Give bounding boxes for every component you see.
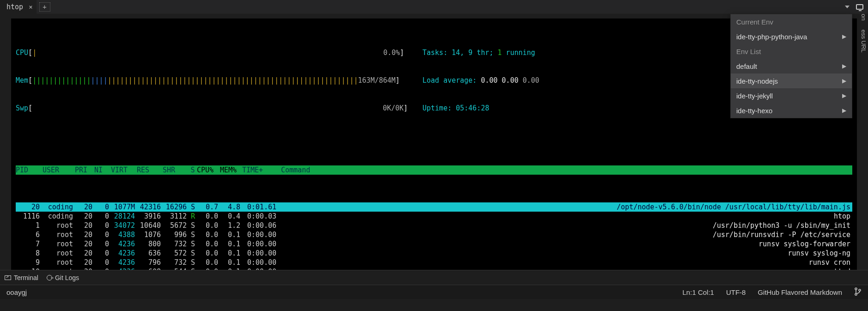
process-row[interactable]: 7root2004236800732S0.00.10:00.00runsv sy… <box>16 239 852 249</box>
tab-bar: htop × + <box>0 0 868 14</box>
env-dropdown: Current Env ide-tty-php-python-java ▶ En… <box>730 14 852 118</box>
new-tab-button[interactable]: + <box>39 2 50 12</box>
monitor-icon[interactable] <box>856 4 863 10</box>
mem-label: Mem <box>16 76 28 85</box>
process-row[interactable]: 10root2004236608544S0.00.10:00.00runsv t… <box>16 267 852 270</box>
status-language[interactable]: GitHub Flavored Markdown <box>758 288 842 296</box>
status-left[interactable]: ooaygj <box>6 288 27 296</box>
dropdown-caret-icon[interactable] <box>845 6 850 8</box>
tab-htop[interactable]: htop × <box>0 0 37 14</box>
chevron-right-icon: ▶ <box>842 92 846 99</box>
swp-label: Swp <box>16 104 28 112</box>
mem-val: 163M/864M <box>358 76 396 85</box>
tasks-label: Tasks: <box>422 49 447 57</box>
panel-tab-terminal[interactable]: Terminal <box>5 274 38 281</box>
chevron-right-icon: ▶ <box>842 107 846 114</box>
process-row[interactable]: 9root2004236796732S0.00.10:00.00runsv cr… <box>16 258 852 267</box>
git-icon <box>47 275 52 281</box>
status-encoding[interactable]: UTF-8 <box>726 288 746 296</box>
svg-point-0 <box>855 288 857 290</box>
chevron-right-icon: ▶ <box>842 78 846 84</box>
tab-title: htop <box>6 3 23 11</box>
panel-tab-gitlogs[interactable]: Git Logs <box>47 274 79 281</box>
cpu-pct: 0.0% <box>383 49 400 57</box>
svg-point-2 <box>859 289 861 291</box>
process-row[interactable]: 1root20034072106405672S0.01.20:00.06/usr… <box>16 221 852 230</box>
right-rail: on ess URL <box>860 14 867 143</box>
process-row[interactable]: 20coding2001077M4231616296S0.74.80:01.61… <box>16 202 852 212</box>
branch-icon[interactable] <box>854 287 862 297</box>
process-row[interactable]: 1116coding2002812439163112R0.00.40:00.03… <box>16 212 852 221</box>
right-rail-text-a[interactable]: on <box>860 14 867 20</box>
terminal-icon <box>5 275 11 280</box>
status-lncol[interactable]: Ln:1 Col:1 <box>683 288 714 296</box>
process-row[interactable]: 6root20043881076996S0.00.10:00.00/usr/bi… <box>16 230 852 239</box>
env-current[interactable]: ide-tty-php-python-java ▶ <box>731 29 852 44</box>
chevron-right-icon: ▶ <box>842 63 846 69</box>
env-item-ide-tty-jekyll[interactable]: ide-tty-jekyll▶ <box>731 88 852 103</box>
env-item-ide-tty-nodejs[interactable]: ide-tty-nodejs▶ <box>731 73 852 88</box>
status-bar: ooaygj Ln:1 Col:1 UTF-8 GitHub Flavored … <box>0 285 868 299</box>
right-rail-text-b[interactable]: ess URL <box>860 30 867 53</box>
process-column-header[interactable]: PID USER PRI NI VIRT RES SHR S CPU% MEM%… <box>16 165 852 175</box>
bottom-panel-tabs: Terminal Git Logs <box>0 270 868 285</box>
process-row[interactable]: 8root2004236636572S0.00.10:00.00runsv sy… <box>16 249 852 258</box>
tab-close-icon[interactable]: × <box>29 3 32 11</box>
chevron-right-icon: ▶ <box>842 33 846 40</box>
cpu-label: CPU <box>16 49 28 57</box>
env-header-current: Current Env <box>731 14 852 29</box>
env-item-default[interactable]: default▶ <box>731 59 852 73</box>
svg-point-1 <box>855 293 857 295</box>
uptime-val: 05:46:28 <box>456 104 489 112</box>
env-item-ide-tty-hexo[interactable]: ide-tty-hexo▶ <box>731 103 852 118</box>
env-header-list: Env List <box>731 44 852 59</box>
swp-val: 0K/0K <box>383 104 403 112</box>
